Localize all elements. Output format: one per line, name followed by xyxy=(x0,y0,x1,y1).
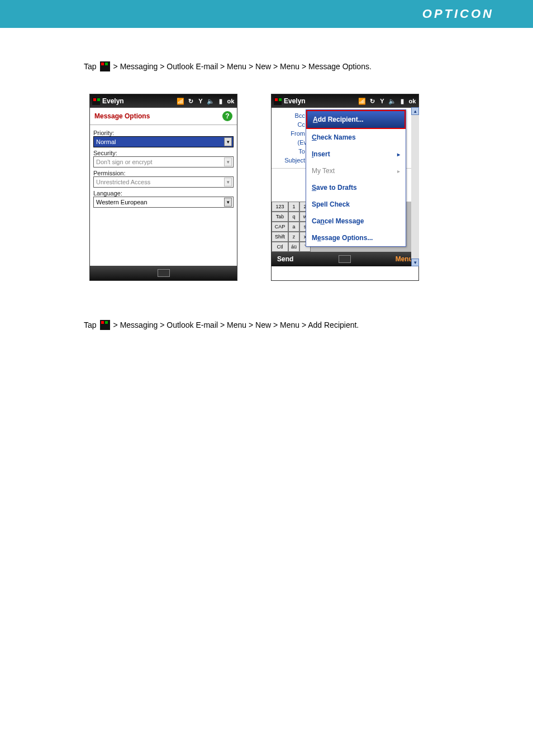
battery-icon: ▮ xyxy=(217,97,225,105)
key-au[interactable]: áü xyxy=(288,242,299,252)
start-icon[interactable] xyxy=(92,97,100,105)
key-tab[interactable]: Tab xyxy=(272,212,288,222)
permission-label: Permission: xyxy=(93,170,234,176)
menu-cancel-message[interactable]: Cancel Message xyxy=(306,213,406,229)
screenshot-row: Evelyn 📶 ↻ Y 🔈 ▮ ok Message Options ? Pr… xyxy=(89,94,466,281)
cc-label: Cc: xyxy=(276,121,307,128)
device-compose: Evelyn 📶 ↻ Y 🔈 ▮ ok Bcc: Cc: From:Eve (E… xyxy=(271,94,419,281)
dropdown-arrow-icon[interactable]: ▾ xyxy=(224,157,232,166)
message-options-title: Message Options xyxy=(94,112,150,120)
keyboard-icon[interactable] xyxy=(339,255,351,263)
dropdown-arrow-icon[interactable]: ▾ xyxy=(224,137,232,146)
scroll-track[interactable] xyxy=(411,115,419,259)
battery-icon: ▮ xyxy=(398,97,406,105)
brand-logo: OPTICON xyxy=(422,7,494,21)
menu-check-names[interactable]: Check Names xyxy=(306,129,406,146)
instruction-1-prefix: Tap xyxy=(84,62,97,71)
windows-start-icon xyxy=(100,320,110,330)
bcc-label: Bcc: xyxy=(276,112,307,119)
ok-icon[interactable]: ok xyxy=(408,97,416,105)
language-label: Language: xyxy=(93,190,234,197)
message-options-header: Message Options ? xyxy=(90,108,237,125)
subject-label: Subject: xyxy=(276,157,307,164)
antenna-icon: Y xyxy=(378,97,386,105)
signal-icon: 📶 xyxy=(177,97,184,105)
menu-message-options[interactable]: Message Options... xyxy=(306,229,406,246)
scroll-up-icon[interactable]: ▴ xyxy=(411,107,419,115)
security-label: Security: xyxy=(93,150,234,156)
volume-icon: 🔈 xyxy=(388,97,396,105)
scroll-down-icon[interactable]: ▾ xyxy=(411,259,419,266)
menu-add-recipient-label: dd Recipient... xyxy=(318,116,364,123)
from-sub: (Ev xyxy=(276,139,307,146)
security-value: Don't sign or encrypt xyxy=(96,159,153,165)
permission-select[interactable]: Unrestricted Access ▾ xyxy=(93,176,234,188)
windows-start-icon xyxy=(100,61,110,71)
antenna-icon: Y xyxy=(197,97,204,105)
page-content: Tap > Messaging > Outlook E-mail > Menu … xyxy=(0,28,533,330)
help-icon[interactable]: ? xyxy=(222,111,232,121)
instruction-1-suffix: > Messaging > Outlook E-mail > Menu > Ne… xyxy=(113,62,372,71)
to-label: To: xyxy=(276,148,307,155)
wm-bottombar-2: Send Menu xyxy=(272,252,418,266)
key-cap[interactable]: CAP xyxy=(272,222,288,232)
send-button[interactable]: Send xyxy=(277,255,293,263)
context-menu: Add Recipient... Check Names Insert My T… xyxy=(306,109,406,247)
menu-add-recipient[interactable]: Add Recipient... xyxy=(306,110,406,129)
signal-icon: 📶 xyxy=(358,97,366,105)
security-select[interactable]: Don't sign or encrypt ▾ xyxy=(93,156,234,168)
priority-label: Priority: xyxy=(93,130,234,136)
wm-topbar-2: Evelyn 📶 ↻ Y 🔈 ▮ ok xyxy=(272,94,418,108)
priority-value: Normal xyxy=(96,138,116,145)
top-banner: OPTICON xyxy=(0,0,533,28)
sync-icon: ↻ xyxy=(368,97,376,105)
wm-bottombar-1 xyxy=(90,266,237,280)
instruction-2: Tap > Messaging > Outlook E-mail > Menu … xyxy=(84,320,466,330)
menu-spell-check[interactable]: Spell Check xyxy=(306,196,406,213)
key-z[interactable]: z xyxy=(288,232,299,242)
key-q[interactable]: q xyxy=(288,212,299,222)
menu-button[interactable]: Menu xyxy=(396,255,413,263)
dropdown-arrow-icon[interactable]: ▾ xyxy=(224,198,232,207)
sync-icon: ↻ xyxy=(187,97,194,105)
instruction-1: Tap > Messaging > Outlook E-mail > Menu … xyxy=(84,61,466,71)
wm-title-2: Evelyn xyxy=(284,97,306,105)
key-1[interactable]: 1 xyxy=(288,202,299,212)
menu-save-to-drafts[interactable]: Save to Drafts xyxy=(306,179,406,196)
device-message-options: Evelyn 📶 ↻ Y 🔈 ▮ ok Message Options ? Pr… xyxy=(89,94,237,281)
options-body: Priority: Normal ▾ Security: Don't sign … xyxy=(90,125,237,210)
dropdown-arrow-icon[interactable]: ▾ xyxy=(224,178,232,186)
keyboard-icon[interactable] xyxy=(158,269,170,277)
scrollbar[interactable]: ▴ ▾ xyxy=(411,107,419,266)
priority-select[interactable]: Normal ▾ xyxy=(93,136,234,147)
start-icon[interactable] xyxy=(274,97,282,105)
permission-value: Unrestricted Access xyxy=(96,179,150,185)
wm-title-1: Evelyn xyxy=(102,97,124,105)
language-select[interactable]: Western European ▾ xyxy=(93,197,234,208)
wm-topbar-1: Evelyn 📶 ↻ Y 🔈 ▮ ok xyxy=(90,94,237,108)
volume-icon: 🔈 xyxy=(207,97,215,105)
key-ctl[interactable]: Ctl xyxy=(272,242,288,252)
menu-my-text: My Text xyxy=(306,162,406,179)
ok-icon[interactable]: ok xyxy=(227,97,235,105)
instruction-2-suffix: > Messaging > Outlook E-mail > Menu > Ne… xyxy=(113,320,359,329)
language-value: Western European xyxy=(96,199,147,205)
menu-insert[interactable]: Insert xyxy=(306,146,406,162)
instruction-2-prefix: Tap xyxy=(84,320,97,329)
key-shift[interactable]: Shift xyxy=(272,232,288,242)
from-label: From: xyxy=(276,130,307,137)
key-123[interactable]: 123 xyxy=(272,202,288,212)
key-a[interactable]: a xyxy=(288,222,299,232)
